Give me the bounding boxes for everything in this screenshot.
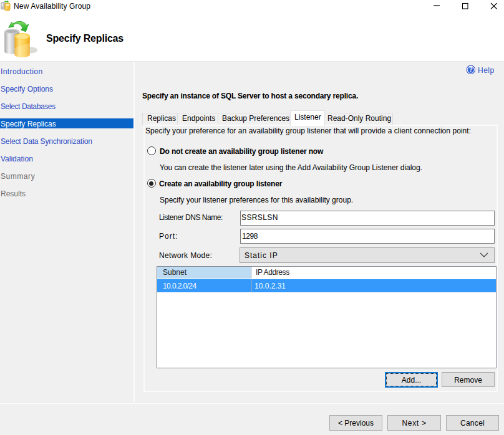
svg-text:?: ?	[469, 66, 473, 73]
